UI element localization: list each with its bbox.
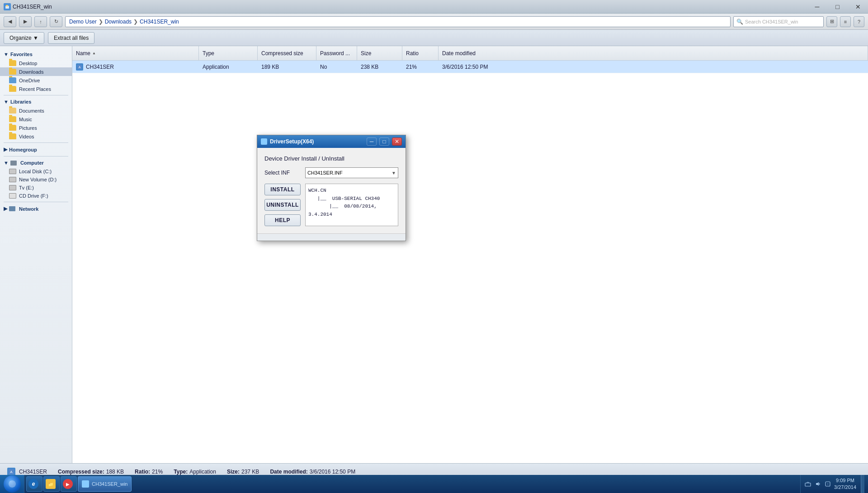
network-collapse-icon: ▶ xyxy=(4,206,7,212)
help-nav-button[interactable]: ? xyxy=(854,16,864,27)
title-bar-left: CH341SER_win xyxy=(0,3,807,10)
install-button[interactable]: INSTALL xyxy=(264,184,301,195)
sidebar-item-desktop[interactable]: Desktop xyxy=(0,59,72,67)
dialog-close-button[interactable]: ✕ xyxy=(392,137,402,146)
window-controls: ─ □ ✕ xyxy=(807,0,868,14)
search-placeholder: Search CH341SER_win xyxy=(745,19,798,24)
search-box[interactable]: 🔍 Search CH341SER_win xyxy=(733,16,824,27)
refresh-button[interactable]: ↻ xyxy=(50,16,62,27)
favorites-header[interactable]: ▼ Favorites xyxy=(0,50,72,59)
sidebar-item-documents[interactable]: Documents xyxy=(0,106,72,115)
sidebar-item-music[interactable]: Music xyxy=(0,115,72,123)
system-clock[interactable]: 9:09 PM 3/27/2014 xyxy=(834,477,856,491)
sidebar-divider-3 xyxy=(4,156,68,156)
up-button[interactable]: ↑ xyxy=(34,16,47,27)
drive-icon xyxy=(9,169,16,174)
sidebar-item-pictures[interactable]: Pictures xyxy=(0,123,72,132)
taskbar-apps: e 📁 ▶ CH341SER_win xyxy=(24,476,800,492)
sidebar-local-disk-label: Local Disk (C:) xyxy=(19,169,52,174)
taskbar-icon-ie[interactable]: e xyxy=(26,476,42,492)
uninstall-button[interactable]: UNINSTALL xyxy=(264,199,301,211)
action-center-icon[interactable]: ! xyxy=(824,480,831,488)
table-row[interactable]: A CH341SER Application 189 KB No 238 KB … xyxy=(72,61,868,73)
sidebar-item-downloads[interactable]: Downloads xyxy=(0,67,72,76)
search-icon: 🔍 xyxy=(736,19,743,25)
dialog-maximize-button[interactable]: □ xyxy=(379,137,389,146)
show-desktop-button[interactable] xyxy=(861,475,864,493)
extract-all-button[interactable]: Extract all files xyxy=(48,32,94,44)
breadcrumb[interactable]: Demo User ❯ Downloads ❯ CH341SER_win xyxy=(65,16,731,27)
libraries-label: Libraries xyxy=(10,99,31,104)
cd-icon xyxy=(9,193,16,199)
sidebar-item-new-volume[interactable]: New Volume (D:) xyxy=(0,175,72,184)
file-type: Application xyxy=(203,64,229,70)
column-date-modified[interactable]: Date modified xyxy=(439,46,868,61)
taskbar-app-ch341ser[interactable]: CH341SER_win xyxy=(78,476,132,492)
close-button[interactable]: ✕ xyxy=(848,0,868,14)
sidebar-desktop-label: Desktop xyxy=(19,61,37,66)
column-password[interactable]: Password ... xyxy=(316,46,357,61)
dialog-select-label: Select INF xyxy=(264,170,301,176)
file-compressed-cell: 189 KB xyxy=(258,61,316,73)
dialog-select-value: CH341SER.INF xyxy=(307,170,343,175)
status-ratio-label: Ratio: xyxy=(135,469,150,475)
view-toggle-button[interactable]: ≡ xyxy=(840,16,851,27)
sidebar-onedrive-label: OneDrive xyxy=(19,78,40,83)
dialog-inf-select[interactable]: CH341SER.INF ▼ xyxy=(305,167,398,178)
forward-button[interactable]: ▶ xyxy=(19,16,32,27)
start-button[interactable] xyxy=(0,475,24,493)
sidebar-item-recent[interactable]: Recent Places xyxy=(0,85,72,93)
sidebar-cd-label: CD Drive (F:) xyxy=(19,193,48,199)
favorites-collapse-icon: ▼ xyxy=(4,52,9,57)
column-name[interactable]: Name ▲ xyxy=(72,46,199,61)
dialog-title-bar: DriverSetup(X64) ─ □ ✕ xyxy=(257,135,406,148)
clock-time: 9:09 PM xyxy=(834,477,856,484)
status-size-label: Size: xyxy=(227,469,240,475)
network-tray-icon[interactable] xyxy=(804,480,811,488)
column-ratio[interactable]: Ratio xyxy=(402,46,439,61)
svg-text:A: A xyxy=(79,66,81,69)
info-line-2: |__ USB-SERIAL CH340 xyxy=(308,195,395,203)
file-password: No xyxy=(320,64,327,70)
minimize-button[interactable]: ─ xyxy=(807,0,827,14)
maximize-button[interactable]: □ xyxy=(827,0,848,14)
organize-button[interactable]: Organize ▼ xyxy=(4,32,44,44)
libraries-header[interactable]: ▼ Libraries xyxy=(0,97,72,106)
sidebar-item-local-disk[interactable]: Local Disk (C:) xyxy=(0,167,72,175)
folder-icon xyxy=(9,60,16,66)
network-header[interactable]: ▶ Network xyxy=(0,204,72,213)
taskbar-icon-media[interactable]: ▶ xyxy=(61,476,77,492)
file-name-cell: A CH341SER xyxy=(72,61,199,73)
driver-setup-dialog[interactable]: DriverSetup(X64) ─ □ ✕ Device Driver Ins… xyxy=(257,135,406,241)
taskbar-icon-explorer[interactable]: 📁 xyxy=(43,476,60,492)
column-size[interactable]: Size xyxy=(357,46,402,61)
breadcrumb-demo-user[interactable]: Demo User xyxy=(69,19,97,25)
back-button[interactable]: ◀ xyxy=(4,16,16,27)
volume-tray-icon[interactable] xyxy=(814,480,821,488)
file-area: Name ▲ Type Compressed size Password ...… xyxy=(72,46,868,463)
file-date: 3/6/2016 12:50 PM xyxy=(442,64,488,70)
dialog-minimize-button[interactable]: ─ xyxy=(367,137,377,146)
status-file-icon: A xyxy=(7,468,15,476)
computer-header[interactable]: ▼ Computer xyxy=(0,158,72,167)
help-button[interactable]: HELP xyxy=(264,214,301,226)
sidebar-item-onedrive[interactable]: OneDrive xyxy=(0,76,72,85)
column-type[interactable]: Type xyxy=(199,46,258,61)
view-options-button[interactable]: ⊞ xyxy=(826,16,837,27)
homegroup-header[interactable]: ▶ Homegroup xyxy=(0,145,72,154)
sidebar-item-videos[interactable]: Videos xyxy=(0,132,72,141)
dialog-heading: Device Driver Install / UnInstall xyxy=(264,155,398,162)
sidebar-tv-label: Tv (E:) xyxy=(19,185,34,190)
folder-icon xyxy=(9,108,16,114)
start-orb xyxy=(4,475,21,493)
column-compressed-size[interactable]: Compressed size xyxy=(258,46,316,61)
sidebar-item-cd[interactable]: CD Drive (F:) xyxy=(0,192,72,200)
folder-icon xyxy=(9,77,16,83)
dialog-main-content: INSTALL UNINSTALL HELP WCH.CN |__ USB-SE… xyxy=(264,184,398,226)
file-type-cell: Application xyxy=(199,61,258,73)
sidebar-item-tv[interactable]: Tv (E:) xyxy=(0,184,72,192)
svg-rect-6 xyxy=(805,483,811,486)
homegroup-label: Homegroup xyxy=(9,147,37,152)
file-icon: A xyxy=(76,63,83,71)
breadcrumb-downloads[interactable]: Downloads xyxy=(105,19,132,25)
